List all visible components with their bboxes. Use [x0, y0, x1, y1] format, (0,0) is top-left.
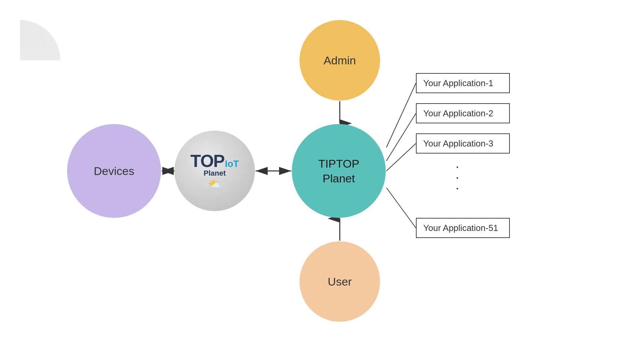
topiot-IoT: IoT: [225, 159, 239, 169]
topiot-node: T OP IoT Planet ⛅: [174, 131, 255, 211]
topiot-T: T: [191, 152, 201, 171]
app-box-51: Your Application-51: [416, 218, 510, 238]
tiptop-node: TIPTOPPlanet: [292, 124, 386, 218]
svg-line-14: [386, 188, 416, 228]
devices-label: Devices: [94, 164, 135, 178]
topiot-OP: OP: [200, 152, 224, 171]
app-box-2-label: Your Application-2: [423, 108, 493, 119]
dots-indicator: · · ·: [455, 161, 460, 193]
app-box-3-label: Your Application-3: [423, 138, 493, 149]
app-box-51-label: Your Application-51: [423, 223, 498, 233]
devices-node: Devices: [67, 124, 161, 218]
admin-node: Admin: [300, 20, 380, 101]
app-box-3: Your Application-3: [416, 133, 510, 154]
svg-line-13: [386, 143, 416, 171]
svg-line-11: [386, 83, 416, 147]
app-box-1-label: Your Application-1: [423, 78, 493, 88]
tiptop-label: TIPTOPPlanet: [318, 156, 359, 186]
app-box-1: Your Application-1: [416, 73, 510, 93]
user-node: User: [300, 241, 380, 322]
user-label: User: [328, 274, 352, 289]
topiot-cloud-icon: ⛅: [191, 179, 239, 190]
topiot-logo: T OP IoT Planet ⛅: [191, 152, 239, 191]
admin-label: Admin: [324, 53, 356, 68]
app-box-2: Your Application-2: [416, 103, 510, 123]
